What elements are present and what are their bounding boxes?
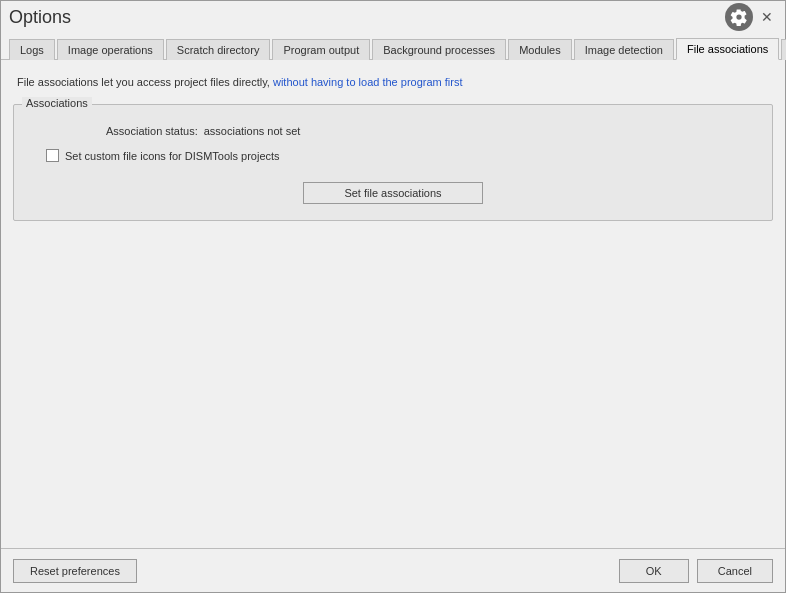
reset-preferences-button[interactable]: Reset preferences	[13, 559, 137, 583]
ok-button[interactable]: OK	[619, 559, 689, 583]
tab-logs[interactable]: Logs	[9, 39, 55, 60]
settings-icon[interactable]	[725, 3, 753, 31]
cancel-button[interactable]: Cancel	[697, 559, 773, 583]
association-status-row: Association status: associations not set	[106, 125, 760, 137]
footer-action-buttons: OK Cancel	[619, 559, 773, 583]
custom-icons-label: Set custom file icons for DISMTools proj…	[65, 150, 280, 162]
info-text-part1: File associations let you access project…	[17, 76, 267, 88]
info-text-part2: without having to load the program first	[273, 76, 463, 88]
associations-group: Associations Association status: associa…	[13, 104, 773, 221]
title-bar-left: Options	[9, 7, 71, 28]
custom-icons-checkbox[interactable]	[46, 149, 59, 162]
close-button[interactable]: ✕	[757, 7, 777, 27]
tab-file-associations[interactable]: File associations	[676, 38, 779, 60]
info-text: File associations let you access project…	[13, 70, 773, 94]
tab-program-output[interactable]: Program output	[272, 39, 370, 60]
options-window: Options ✕ Logs Image operations Scratch …	[0, 0, 786, 593]
title-bar: Options ✕	[1, 1, 785, 33]
title-bar-right: ✕	[725, 3, 777, 31]
tabs-bar: Logs Image operations Scratch directory …	[1, 33, 785, 60]
footer: Reset preferences OK Cancel	[1, 548, 785, 592]
set-associations-btn-row: Set file associations	[26, 182, 760, 204]
assoc-status-value: associations not set	[204, 125, 301, 137]
tab-modules[interactable]: Modules	[508, 39, 572, 60]
tab-background-processes[interactable]: Background processes	[372, 39, 506, 60]
tab-image-detection[interactable]: Image detection	[574, 39, 674, 60]
set-file-associations-button[interactable]: Set file associations	[303, 182, 483, 204]
custom-icons-row: Set custom file icons for DISMTools proj…	[46, 149, 760, 162]
tab-startup[interactable]: Startup	[781, 39, 786, 60]
window-title: Options	[9, 7, 71, 28]
group-title: Associations	[22, 97, 92, 109]
tab-image-operations[interactable]: Image operations	[57, 39, 164, 60]
tab-scratch-directory[interactable]: Scratch directory	[166, 39, 271, 60]
content-area: File associations let you access project…	[1, 60, 785, 548]
assoc-status-label: Association status:	[106, 125, 198, 137]
